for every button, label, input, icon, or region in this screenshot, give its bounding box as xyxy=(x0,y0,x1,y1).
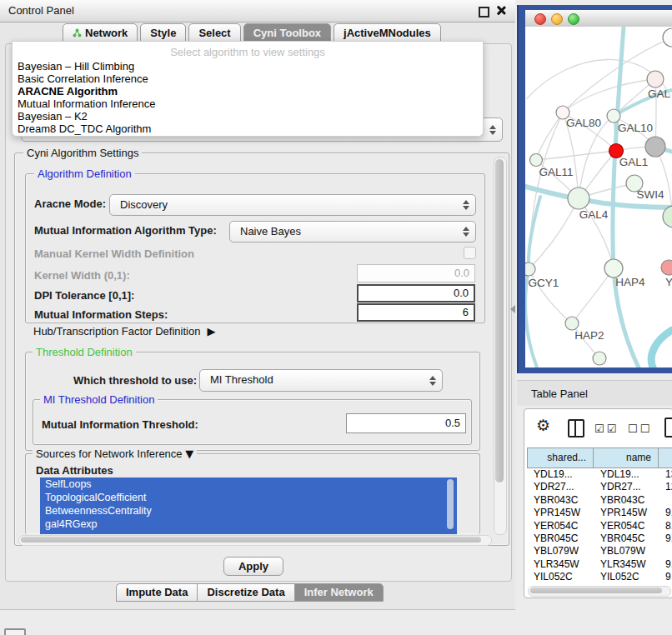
table-row[interactable]: YIL052CYIL052C9 xyxy=(527,571,672,583)
network-edge[interactable] xyxy=(655,147,672,215)
network-node[interactable] xyxy=(663,28,672,47)
list-item[interactable]: gal4RGexp xyxy=(40,518,457,531)
algorithm-option[interactable]: Bayesian – Hill Climbing xyxy=(18,60,476,72)
settings-vertical-scrollbar[interactable] xyxy=(494,157,507,535)
dpi-tolerance-input[interactable]: 0.0 xyxy=(357,284,475,302)
network-edge[interactable] xyxy=(563,79,655,112)
apply-button[interactable]: Apply xyxy=(223,557,283,576)
close-button[interactable] xyxy=(534,13,546,25)
network-node[interactable] xyxy=(645,137,665,157)
network-edge[interactable] xyxy=(536,112,563,160)
table-row[interactable]: YLR345WYLR345W9. xyxy=(527,558,672,571)
table-cell: 8. xyxy=(659,520,672,532)
table-row[interactable]: YBR045CYBR045C9. xyxy=(527,532,672,545)
hub-definition-expander[interactable]: Hub/Transcription Factor Definition▶ xyxy=(33,325,215,338)
algorithm-option[interactable]: Mutual Information Inference xyxy=(18,98,476,110)
table-row[interactable]: YBR043CYBR043C xyxy=(527,494,672,507)
aracne-mode-select[interactable]: Discovery xyxy=(109,194,476,216)
table-row[interactable]: YER054CYER054C8. xyxy=(527,520,672,532)
settings-horizontal-scrollbar[interactable] xyxy=(18,535,492,546)
which-threshold-label: Which threshold to use: xyxy=(73,374,197,387)
mi-threshold-input[interactable]: 0.5 xyxy=(346,413,466,433)
mi-steps-input[interactable]: 6 xyxy=(357,303,475,322)
table-cell: YLR345W xyxy=(527,558,594,571)
data-attributes-list[interactable]: SelfLoops TopologicalCoefficient Between… xyxy=(40,478,457,534)
node-label: HAP2 xyxy=(574,329,604,342)
table-cell: YDR27... xyxy=(594,481,659,493)
tab-discretize-data[interactable]: Discretize Data xyxy=(197,583,293,602)
tab-impute-data[interactable]: Impute Data xyxy=(116,583,197,602)
network-node-HAP4[interactable] xyxy=(604,259,623,278)
mi-steps-label: Mutual Information Steps: xyxy=(34,308,168,321)
network-canvas[interactable]: GALGAL80GAL10GAL1GAL11SWI4GAL4GCY1HAP4YH… xyxy=(525,27,672,368)
table-cell: YER054C xyxy=(527,520,594,532)
zoom-button[interactable] xyxy=(568,13,579,25)
table-row[interactable]: YPR145WYPR145W9. xyxy=(527,507,672,519)
list-scrollbar-thumb[interactable] xyxy=(447,479,454,529)
sources-title[interactable]: Sources for Network Inference ▼ xyxy=(33,448,197,460)
network-node-GAL[interactable] xyxy=(647,71,664,88)
tab-label: Infer Network xyxy=(304,586,374,598)
deselect-checkboxes-icon[interactable]: ☐☐ xyxy=(628,422,652,435)
list-item[interactable]: SelfLoops xyxy=(40,478,457,491)
cyni-algorithm-settings-group: Cyni Algorithm Settings Algorithm Defini… xyxy=(14,152,509,546)
column-header-shared-name[interactable]: shared... xyxy=(527,448,594,468)
network-node-GAL11[interactable] xyxy=(530,154,543,167)
tab-label: jActiveMNodules xyxy=(344,27,431,39)
table-row[interactable]: YBL079WYBL079W xyxy=(527,545,672,558)
network-node-GAL4[interactable] xyxy=(568,188,589,209)
network-view-window: GALGAL80GAL10GAL1GAL11SWI4GAL4GCY1HAP4YH… xyxy=(517,5,672,373)
scrollbar-thumb[interactable] xyxy=(21,537,481,542)
table-panel-title: Table Panel xyxy=(531,388,588,400)
hub-definition-label: Hub/Transcription Factor Definition xyxy=(33,325,200,338)
minimized-panel-icon[interactable] xyxy=(4,628,26,635)
group-title: Algorithm Definition xyxy=(34,168,135,180)
close-icon[interactable] xyxy=(496,6,505,15)
minimize-button[interactable] xyxy=(551,13,563,25)
network-node-HAP2[interactable] xyxy=(565,317,579,330)
column-header-name[interactable]: name xyxy=(594,448,659,468)
column-header-cropped[interactable] xyxy=(659,448,672,468)
manual-kernel-checkbox[interactable] xyxy=(464,247,476,259)
network-edge[interactable] xyxy=(572,268,614,323)
mi-algorithm-type-select[interactable]: Naive Bayes xyxy=(229,221,476,242)
combo-value: Discovery xyxy=(120,198,168,211)
control-panel-titlebar: Control Panel xyxy=(0,0,515,22)
aracne-mode-label: Aracne Mode: xyxy=(34,198,106,210)
network-node-Y[interactable] xyxy=(661,260,672,275)
split-columns-icon[interactable] xyxy=(568,419,584,438)
tab-infer-network[interactable]: Infer Network xyxy=(294,583,384,602)
network-edge[interactable] xyxy=(651,330,672,368)
algorithm-option[interactable]: Bayesian – K2 xyxy=(18,110,476,122)
table-horizontal-scrollbar[interactable] xyxy=(528,586,671,597)
network-graph: GALGAL80GAL10GAL1GAL11SWI4GAL4GCY1HAP4YH… xyxy=(525,27,672,368)
mi-algorithm-type-label: Mutual Information Algorithm Type: xyxy=(34,224,217,237)
gear-icon[interactable]: ⚙ xyxy=(536,416,550,434)
float-window-icon[interactable] xyxy=(479,7,489,18)
algorithm-option[interactable]: Dream8 DC_TDC Algorithm xyxy=(18,122,476,135)
table-cell: 9 xyxy=(659,571,672,583)
list-item[interactable]: TopologicalCoefficient xyxy=(40,491,457,504)
chevron-right-icon: ▶ xyxy=(207,325,215,338)
list-item[interactable]: BetweennessCentrality xyxy=(40,504,457,518)
algorithm-option-selected[interactable]: ARACNE Algorithm xyxy=(18,85,476,98)
network-node[interactable] xyxy=(593,352,606,365)
file-icon[interactable] xyxy=(664,418,672,438)
scrollbar-thumb[interactable] xyxy=(530,588,662,593)
table-row[interactable]: YDL19...YDL19...13 xyxy=(527,468,672,481)
table-cell: YDR27... xyxy=(527,481,594,493)
table-cell: YBL079W xyxy=(594,545,659,558)
select-all-checkboxes-icon[interactable]: ☑☑ xyxy=(594,422,619,435)
which-threshold-select[interactable]: MI Threshold xyxy=(199,369,443,392)
scrollbar-thumb[interactable] xyxy=(495,159,504,482)
node-label: GAL1 xyxy=(619,156,649,168)
control-panel-window: Control Panel Network Style Select Cyni … xyxy=(0,0,515,610)
network-node-GCY1[interactable] xyxy=(525,262,535,276)
algorithm-option[interactable]: Basic Correlation Inference xyxy=(18,72,476,85)
table-row[interactable]: YDR27...YDR27...12 xyxy=(527,481,672,493)
panel-splitter-collapse-icon[interactable] xyxy=(510,305,515,313)
network-node-GAL10[interactable] xyxy=(607,109,620,122)
network-edge[interactable] xyxy=(536,151,616,160)
chevron-down-icon: ▼ xyxy=(185,448,193,460)
table-cell: YBL079W xyxy=(527,545,594,558)
